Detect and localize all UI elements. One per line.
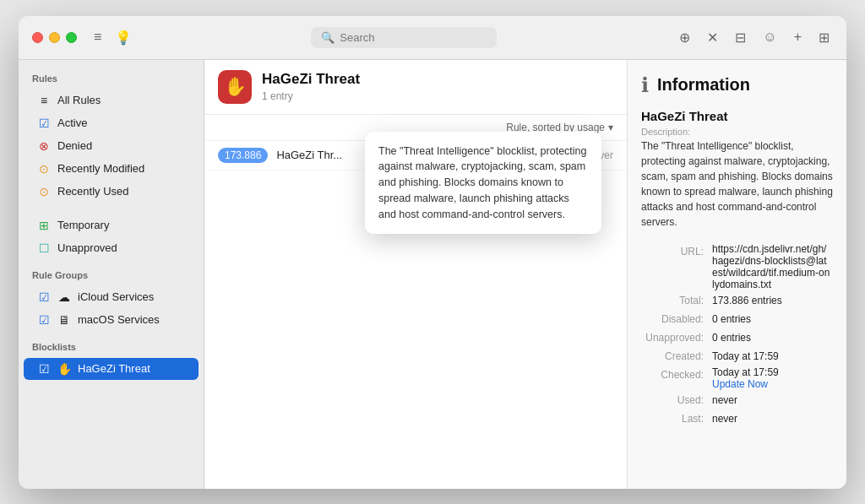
sidebar-item-unapproved[interactable]: ☐ Unapproved (24, 237, 199, 259)
tooltip-text: The "Threat Intelligence" blocklist, pro… (378, 145, 587, 220)
info-label-unapproved: Unapproved: (643, 329, 710, 346)
sidebar-item-active[interactable]: ☑ Active (24, 112, 199, 134)
sidebar-item-macos[interactable]: ☑ 🖥 macOS Services (24, 309, 199, 331)
sidebar-item-temporary[interactable]: ⊞ Temporary (24, 214, 199, 236)
sidebar-item-label-icloud: iCloud Services (78, 290, 154, 303)
sidebar-item-hagezi[interactable]: ☑ ✋ HaGeZi Threat (24, 358, 199, 380)
tooltip-popover: The "Threat Intelligence" blocklist, pro… (365, 132, 601, 235)
recently-used-icon: ⊙ (37, 185, 51, 198)
blocklist-subtitle: 1 entry (262, 90, 293, 102)
sidebar-item-label-unapproved: Unapproved (57, 241, 117, 254)
info-value-checked: Today at 17:59 Update Now (712, 366, 831, 390)
search-wrap[interactable]: 🔍 (311, 27, 497, 48)
minimize-button[interactable] (49, 32, 60, 43)
sidebar-item-icloud[interactable]: ☑ ☁ iCloud Services (24, 286, 199, 308)
macos-checkbox-icon: ☑ (37, 313, 51, 327)
info-label-url: URL: (643, 243, 710, 290)
info-row-created: Created: Today at 17:59 (643, 348, 831, 365)
info-desc-label: Description: (641, 127, 833, 137)
sidebar-item-label-temporary: Temporary (57, 219, 109, 231)
active-icon: ☑ (37, 117, 51, 130)
info-row-disabled: Disabled: 0 entries (643, 311, 831, 328)
sidebar-item-label-denied: Denied (57, 139, 92, 152)
info-label-total: Total: (643, 292, 710, 309)
info-blocklist-name: HaGeZi Threat (641, 109, 833, 123)
info-value-total: 173.886 entries (712, 292, 831, 309)
info-row-unapproved: Unapproved: 0 entries (643, 329, 831, 346)
sidebar-toggle-icon[interactable]: ⊞ (815, 28, 833, 47)
smiley-icon[interactable]: ☺ (759, 28, 780, 46)
sidebar-item-recently-used[interactable]: ⊙ Recently Used (24, 181, 199, 203)
traffic-lights (32, 32, 77, 43)
info-table: URL: https://cdn.jsdelivr.net/gh/hagezi/… (641, 241, 833, 429)
info-panel: ℹ Information HaGeZi Threat Description:… (627, 60, 846, 489)
main-window: ≡ 💡 🔍 ⊕ ✕ ⊟ ☺ + ⊞ Rules ≡ All Rules (19, 16, 846, 489)
sidebar-item-label-active: Active (57, 117, 87, 129)
info-value-last: never (712, 410, 831, 427)
titlebar-actions: ⊕ ✕ ⊟ ☺ + ⊞ (676, 28, 833, 47)
recently-modified-icon: ⊙ (37, 162, 51, 176)
info-row-checked: Checked: Today at 17:59 Update Now (643, 366, 831, 390)
sidebar-item-label-macos: macOS Services (78, 313, 160, 326)
unapproved-icon: ☐ (37, 241, 51, 255)
info-value-disabled: 0 entries (712, 311, 831, 328)
sidebar-item-label-recently-modified: Recently Modified (57, 162, 144, 175)
blocklist-icon: ✋ (218, 70, 252, 104)
search-bar: 🔍 (142, 27, 666, 48)
sidebar-item-label-hagezi: HaGeZi Threat (78, 362, 150, 375)
info-row-total: Total: 173.886 entries (643, 292, 831, 309)
blocklist-title-wrap: HaGeZi Threat 1 entry (262, 71, 360, 103)
x-icon[interactable]: ✕ (704, 28, 721, 47)
info-label-last: Last: (643, 410, 710, 427)
info-value-url: https://cdn.jsdelivr.net/gh/hagezi/dns-b… (712, 243, 831, 290)
bulb-icon[interactable]: 💡 (115, 30, 132, 46)
search-input[interactable] (340, 31, 487, 44)
list-icon: ≡ (37, 94, 51, 107)
chevron-down-icon: ▾ (608, 122, 613, 133)
info-row-last: Last: never (643, 410, 831, 427)
info-header-title: Information (657, 75, 750, 95)
rules-section-label: Rules (19, 73, 204, 89)
temporary-icon: ⊞ (37, 219, 51, 232)
blocklist-name: HaGeZi Threat (262, 71, 360, 88)
info-icon: ℹ (641, 73, 649, 97)
entry-badge: 173.886 (218, 148, 268, 163)
hand-icon: ✋ (57, 362, 71, 376)
sidebar-item-recently-modified[interactable]: ⊙ Recently Modified (24, 158, 199, 180)
main-header: ✋ HaGeZi Threat 1 entry (204, 60, 627, 115)
menu-icon[interactable]: ≡ (94, 30, 101, 46)
titlebar-icons: ≡ 💡 (94, 30, 132, 46)
plus-icon[interactable]: + (791, 28, 805, 46)
cloud-icon: ☁ (57, 290, 71, 304)
compose-icon[interactable]: ⊕ (676, 28, 694, 47)
hagezi-checkbox-icon: ☑ (37, 362, 51, 376)
icloud-checkbox-icon: ☑ (37, 290, 51, 304)
content-area: Rules ≡ All Rules ☑ Active ⊗ Denied ⊙ Re… (19, 60, 846, 489)
denied-icon: ⊗ (37, 139, 51, 153)
info-desc-text: The "Threat Intelligence" blocklist, pro… (641, 138, 833, 230)
sidebar-item-label-recently-used: Recently Used (57, 185, 129, 198)
info-value-unapproved: 0 entries (712, 329, 831, 346)
sidebar-item-all-rules[interactable]: ≡ All Rules (24, 89, 199, 111)
main-content: ✋ HaGeZi Threat 1 entry Rule, sorted by … (204, 60, 627, 489)
info-row-url: URL: https://cdn.jsdelivr.net/gh/hagezi/… (643, 243, 831, 290)
info-value-used: never (712, 392, 831, 409)
sidebar: Rules ≡ All Rules ☑ Active ⊗ Denied ⊙ Re… (19, 60, 204, 489)
blocklists-section-label: Blocklists (19, 342, 204, 357)
titlebar: ≡ 💡 🔍 ⊕ ✕ ⊟ ☺ + ⊞ (19, 16, 846, 60)
info-label-created: Created: (643, 348, 710, 365)
info-header: ℹ Information (641, 73, 833, 97)
info-value-created: Today at 17:59 (712, 348, 831, 365)
grid-icon[interactable]: ⊟ (732, 28, 749, 47)
info-row-used: Used: never (643, 392, 831, 409)
update-now-link[interactable]: Update Now (712, 378, 768, 390)
info-label-used: Used: (643, 392, 710, 409)
rule-groups-section-label: Rule Groups (19, 270, 204, 285)
maximize-button[interactable] (66, 32, 77, 43)
search-icon: 🔍 (321, 31, 335, 44)
sidebar-item-denied[interactable]: ⊗ Denied (24, 135, 199, 157)
info-label-checked: Checked: (643, 366, 710, 390)
close-button[interactable] (32, 32, 43, 43)
sidebar-item-label-all-rules: All Rules (57, 94, 101, 106)
info-label-disabled: Disabled: (643, 311, 710, 328)
